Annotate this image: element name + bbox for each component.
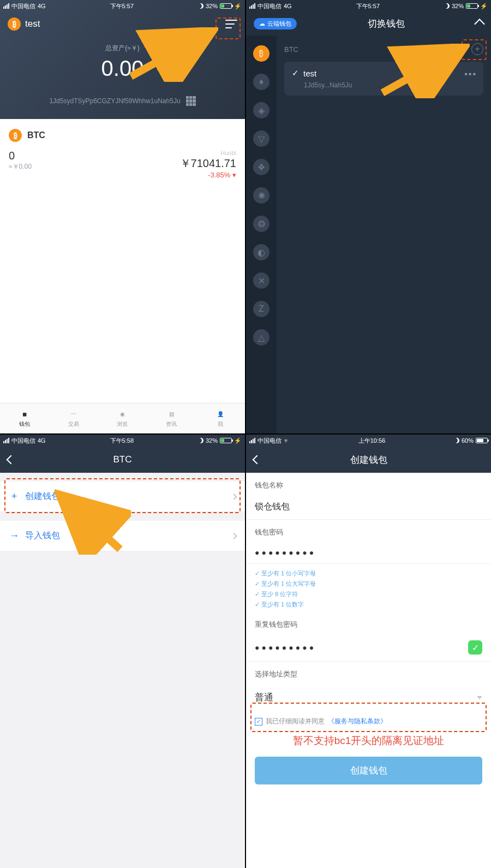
status-bar: 中国电信 4G 下午5:57 32% ⚡: [246, 0, 491, 12]
cloud-wallet-button[interactable]: ☁云端钱包: [254, 18, 297, 29]
signal-icon: [3, 3, 9, 9]
wallet-password-input[interactable]: ●●●●●●●●●: [246, 542, 491, 564]
battery-pct: 32%: [206, 437, 218, 444]
import-wallet-item[interactable]: → 导入钱包: [0, 521, 245, 551]
create-wallet-label: 创建钱包: [25, 491, 60, 502]
tab-bar: ◼钱包 〰交易 ◉浏览 ▤资讯 👤我: [0, 403, 245, 433]
coin-price: ￥71041.71: [180, 156, 236, 171]
wifi-icon: ᯤ: [284, 437, 290, 444]
rule-item: 至少 8 位字符: [255, 589, 482, 599]
rail-coin2-icon[interactable]: ✕: [253, 272, 270, 289]
moon-icon: [454, 438, 459, 443]
asset-label: 总资产(≈￥): [0, 44, 245, 53]
tab-trade[interactable]: 〰交易: [49, 403, 98, 433]
qr-icon[interactable]: [186, 96, 196, 106]
tab-news[interactable]: ▤资讯: [147, 403, 196, 433]
checkbox-icon[interactable]: ✓: [255, 718, 262, 726]
nav-bar: BTC: [0, 447, 245, 473]
wallet-address[interactable]: 1Jd5sydTSyPp6CGZYJNf59Whhw1uNah5Ju: [49, 97, 180, 105]
signal-icon: [249, 3, 255, 9]
battery-pct: 32%: [452, 3, 464, 9]
chevron-right-icon: [231, 494, 237, 500]
charging-icon: ⚡: [234, 437, 242, 444]
page-title: BTC: [113, 454, 132, 465]
screen-switch-wallet: 中国电信 4G 下午5:57 32% ⚡ ☁云端钱包 切换钱包 ₿ ♦ ◈ ▽ …: [246, 0, 491, 433]
add-wallet-icon[interactable]: +: [471, 43, 483, 55]
rail-zil-icon[interactable]: Z: [253, 301, 270, 317]
signal-icon: [3, 438, 9, 443]
warning-text: 暂不支持bc1开头的隔离见证地址: [246, 732, 491, 750]
pw2-label: 重复钱包密码: [246, 612, 491, 634]
coin-symbol: BTC: [27, 130, 45, 140]
battery-icon: [466, 3, 478, 9]
create-wallet-button[interactable]: 创建钱包: [255, 757, 482, 784]
signal-icon: [249, 438, 255, 443]
battery-pct: 60%: [462, 437, 474, 444]
battery-icon: [476, 438, 488, 443]
rail-ont-icon[interactable]: ◐: [253, 244, 270, 260]
back-icon[interactable]: [7, 455, 16, 465]
terms-link[interactable]: 《服务与隐私条款》: [328, 717, 387, 726]
news-icon: ▤: [165, 409, 177, 419]
network-label: 4G: [284, 3, 292, 9]
price-source: Huobi: [180, 150, 236, 156]
wallet-name: test: [25, 19, 40, 29]
rail-eth-icon[interactable]: ♦: [253, 74, 270, 90]
page-title: 创建钱包: [350, 454, 387, 466]
moon-icon: [198, 438, 203, 443]
person-icon: 👤: [214, 409, 226, 419]
rail-eos-icon[interactable]: ◈: [253, 102, 270, 118]
coin-rail: ₿ ♦ ◈ ▽ ❖ ✺ ❂ ◐ ✕ Z △: [246, 35, 277, 433]
screen-wallet-home: 中国电信 4G 下午5:57 32% ⚡ ₿ test 总资产(≈￥) 0.00…: [0, 0, 245, 433]
password-rules: 至少有 1 位小写字母 至少有 1 位大写字母 至少 8 位字符 至少有 1 位…: [246, 564, 491, 612]
rail-coin-icon[interactable]: ❂: [253, 216, 270, 232]
coin-row-btc[interactable]: ₿ BTC: [9, 129, 236, 142]
asset-value: 0.00: [0, 56, 245, 81]
chevron-right-icon: [231, 533, 237, 539]
charging-icon: ⚡: [480, 3, 488, 10]
chevron-down-icon: [477, 696, 482, 699]
import-wallet-label: 导入钱包: [25, 530, 60, 542]
rail-atom-icon[interactable]: ✺: [253, 187, 270, 204]
address-type-select[interactable]: 普通: [246, 683, 491, 711]
back-icon[interactable]: [253, 455, 262, 465]
pw-label: 钱包密码: [246, 520, 491, 542]
create-wallet-item[interactable]: + 创建钱包: [0, 481, 245, 512]
rail-coin3-icon[interactable]: △: [253, 329, 270, 346]
tab-me[interactable]: 👤我: [196, 403, 245, 433]
rail-trx-icon[interactable]: ▽: [253, 130, 270, 147]
more-icon[interactable]: •••: [464, 69, 477, 79]
charging-icon: ⚡: [234, 3, 242, 10]
nav-bar: 创建钱包: [246, 447, 491, 473]
chevron-up-icon[interactable]: [474, 19, 485, 29]
clock: 下午5:58: [110, 437, 134, 445]
tab-browse[interactable]: ◉浏览: [98, 403, 147, 433]
name-label: 钱包名称: [246, 473, 491, 495]
moon-icon: [444, 3, 450, 9]
carrier-label: 中国电信: [258, 437, 282, 445]
wallet-card[interactable]: ✓test 1Jd5sy...Nah5Ju •••: [284, 62, 483, 96]
wallet-password-confirm-input[interactable]: ●●●●●●●●● ✓: [246, 634, 491, 662]
type-label: 选择地址类型: [246, 662, 491, 683]
moon-icon: [198, 3, 203, 9]
agree-text: 我已仔细阅读并同意: [266, 717, 325, 726]
screen-create-wallet: 中国电信 ᯤ 上午10:56 60% 创建钱包 钱包名称 锁仓钱包 钱包密码 ●…: [246, 435, 491, 868]
check-icon: ✓: [292, 68, 299, 78]
check-icon: ✓: [468, 640, 482, 655]
clock: 下午5:57: [356, 2, 380, 10]
menu-icon[interactable]: [225, 20, 237, 28]
rule-item: 至少有 1 位小写字母: [255, 568, 482, 579]
btc-icon: ₿: [8, 17, 21, 31]
network-label: 4G: [38, 437, 46, 444]
tab-wallet[interactable]: ◼钱包: [0, 403, 49, 433]
rail-bnb-icon[interactable]: ❖: [253, 159, 270, 175]
wallet-name-input[interactable]: 锁仓钱包: [246, 495, 491, 520]
agree-row[interactable]: ✓ 我已仔细阅读并同意 《服务与隐私条款》: [246, 711, 491, 732]
btc-icon: ₿: [9, 129, 22, 142]
wallet-card-name: test: [303, 69, 316, 78]
wallet-card-addr: 1Jd5sy...Nah5Ju: [304, 81, 476, 89]
chart-icon: 〰: [68, 409, 80, 419]
rail-btc-icon[interactable]: ₿: [253, 45, 270, 62]
coin-amount-fiat: ≈￥0.00: [9, 162, 32, 171]
carrier-label: 中国电信: [11, 2, 35, 10]
